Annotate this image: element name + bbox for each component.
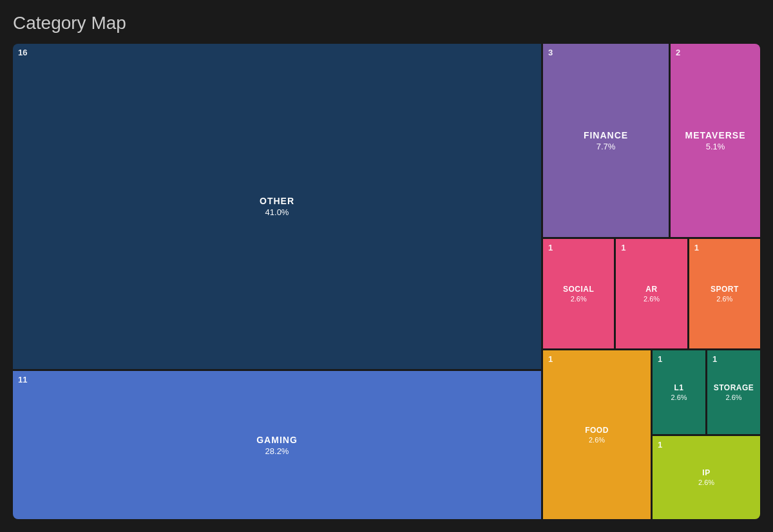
ar-value: 2.6%: [644, 295, 660, 303]
food-label: FOOD: [585, 426, 609, 435]
cell-ip: 1 IP 2.6%: [653, 436, 760, 520]
food-count: 1: [548, 354, 553, 364]
ip-count: 1: [658, 440, 662, 450]
l1-value: 2.6%: [671, 394, 687, 401]
storage-count: 1: [712, 354, 717, 364]
treemap: 16 OTHER 41.0% 11 GAMING 28.2% 3 FINANCE…: [13, 44, 760, 519]
cell-l1: 1 L1 2.6%: [653, 350, 705, 434]
sport-value: 2.6%: [716, 295, 732, 303]
metaverse-value: 5.1%: [706, 142, 725, 151]
right-bottom-right-top: 1 L1 2.6% 1 STORAGE 2.6%: [653, 350, 760, 434]
cell-gaming: 11 GAMING 28.2%: [13, 371, 541, 519]
cell-food: 1 FOOD 2.6%: [543, 350, 651, 519]
right-column: 3 FINANCE 7.7% 2 METAVERSE 5.1% 1 SOCIAL…: [543, 44, 760, 519]
cell-sport: 1 SPORT 2.6%: [689, 239, 760, 348]
storage-label: STORAGE: [714, 383, 754, 392]
ar-count: 1: [621, 243, 625, 252]
cell-other: 16 OTHER 41.0%: [13, 44, 541, 369]
cell-social: 1 SOCIAL 2.6%: [543, 239, 614, 348]
right-top-row: 3 FINANCE 7.7% 2 METAVERSE 5.1%: [543, 44, 760, 237]
gaming-label: GAMING: [256, 435, 298, 445]
sport-label: SPORT: [711, 285, 739, 294]
finance-label: FINANCE: [584, 130, 628, 140]
metaverse-count: 2: [676, 48, 680, 57]
gaming-count: 11: [18, 375, 27, 385]
ip-label: IP: [702, 468, 710, 477]
metaverse-label: METAVERSE: [685, 130, 745, 140]
social-label: SOCIAL: [563, 285, 594, 294]
l1-count: 1: [658, 354, 662, 364]
gaming-value: 28.2%: [265, 446, 289, 456]
cell-ar: 1 AR 2.6%: [616, 239, 687, 348]
right-mid-row: 1 SOCIAL 2.6% 1 AR 2.6% 1 SPORT 2.6%: [543, 239, 760, 348]
cell-metaverse: 2 METAVERSE 5.1%: [671, 44, 760, 237]
other-label: OTHER: [260, 196, 294, 206]
right-bottom-right: 1 L1 2.6% 1 STORAGE 2.6% 1 IP 2.6%: [653, 350, 760, 519]
other-value: 41.0%: [265, 207, 289, 217]
ar-label: AR: [645, 285, 657, 294]
ip-value: 2.6%: [698, 479, 714, 486]
finance-value: 7.7%: [596, 142, 616, 151]
cell-storage: 1 STORAGE 2.6%: [707, 350, 760, 434]
page-title: Category Map: [13, 13, 760, 33]
cell-finance: 3 FINANCE 7.7%: [543, 44, 669, 237]
storage-value: 2.6%: [725, 394, 741, 401]
social-value: 2.6%: [571, 295, 587, 303]
finance-count: 3: [548, 48, 553, 57]
food-value: 2.6%: [589, 436, 605, 444]
other-count: 16: [18, 48, 27, 57]
left-column: 16 OTHER 41.0% 11 GAMING 28.2%: [13, 44, 541, 519]
right-bottom-section: 1 FOOD 2.6% 1 L1 2.6% 1 STORAGE 2.6%: [543, 350, 760, 519]
l1-label: L1: [674, 383, 683, 392]
sport-count: 1: [694, 243, 699, 252]
social-count: 1: [548, 243, 553, 252]
